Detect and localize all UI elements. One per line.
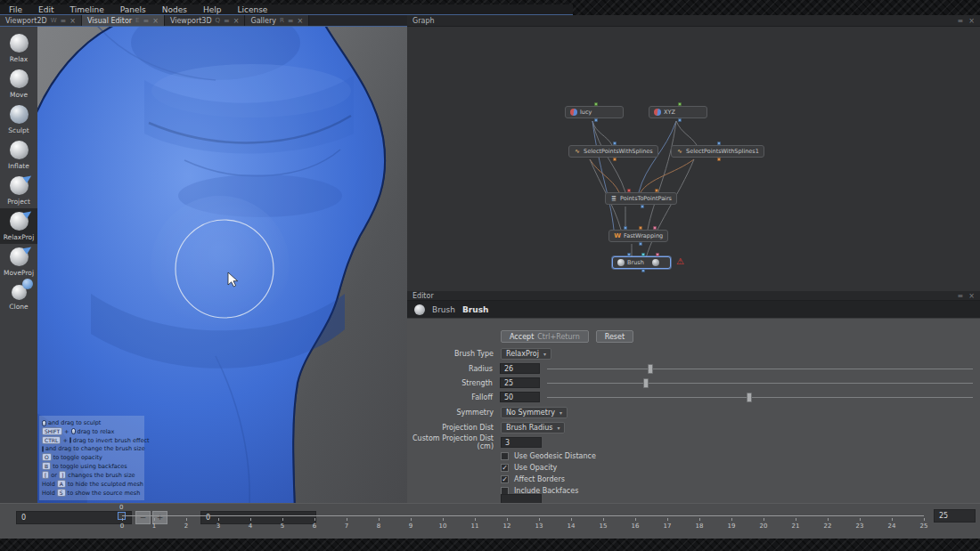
- panel-close-icon[interactable]: ×: [968, 17, 975, 25]
- top-texture-strip: File Edit Timeline Panels Nodes Help Lic…: [0, 0, 980, 15]
- node-graph-canvas[interactable]: lucy ⚠ XYZ ⚠: [407, 27, 980, 291]
- node-port[interactable]: [717, 158, 721, 161]
- tab-shortcut: W: [51, 17, 57, 24]
- tool-label: Clone: [9, 303, 28, 311]
- tool-button[interactable]: Relax: [0, 30, 37, 66]
- falloff-slider[interactable]: [547, 392, 973, 402]
- menu-item[interactable]: Help: [203, 5, 222, 14]
- graph-node[interactable]: XYZ ⚠: [649, 106, 707, 118]
- node-port[interactable]: [594, 118, 598, 122]
- tick-label: 10: [439, 523, 447, 530]
- tab-close-icon[interactable]: ×: [152, 17, 159, 25]
- tab-close-icon[interactable]: ×: [298, 17, 304, 25]
- graph-node[interactable]: SelectPointsWithSplines1 ⚠: [671, 145, 764, 158]
- panel-menu-icon[interactable]: ≡: [958, 292, 964, 300]
- node-port[interactable]: [627, 253, 631, 256]
- menu-item[interactable]: Panels: [120, 5, 146, 14]
- ruler-tick: 1: [149, 518, 159, 530]
- strength-field[interactable]: 25: [500, 377, 541, 388]
- tool-button[interactable]: Clone: [0, 280, 37, 313]
- node-port[interactable]: [641, 253, 645, 256]
- node-port[interactable]: [613, 142, 617, 145]
- tool-button[interactable]: MoveProj: [0, 244, 37, 280]
- tool-button[interactable]: Inflate: [0, 137, 37, 173]
- strength-slider[interactable]: [547, 377, 973, 388]
- menu-item[interactable]: Timeline: [70, 5, 104, 14]
- node-port[interactable]: [653, 226, 657, 230]
- slider-handle[interactable]: [643, 378, 649, 388]
- ruler-tick-row: 0 1 2 3 4 5: [117, 518, 929, 530]
- checkbox[interactable]: [501, 464, 509, 472]
- symmetry-dropdown[interactable]: No Symmetry ▾: [501, 407, 568, 418]
- node-port[interactable]: [678, 118, 682, 122]
- tool-button[interactable]: Sculpt: [0, 101, 37, 137]
- falloff-label: Falloff: [407, 393, 493, 401]
- node-port[interactable]: [641, 205, 644, 208]
- tab-menu-icon[interactable]: ≡: [61, 17, 67, 25]
- tab[interactable]: Viewport2D W ≡ ×: [0, 15, 82, 26]
- checkbox-row[interactable]: Use Geodesic Distance: [501, 450, 596, 462]
- timeline-ruler[interactable]: [122, 515, 924, 516]
- ruler-tick: 10: [437, 518, 448, 530]
- menu-item[interactable]: Edit: [38, 5, 53, 14]
- graph-node[interactable]: lucy ⚠: [565, 106, 624, 118]
- tab-menu-icon[interactable]: ≡: [143, 17, 150, 25]
- graph-node[interactable]: FastWrapping ⚠: [608, 230, 668, 242]
- ruler-tick: 19: [726, 518, 737, 530]
- tool-button[interactable]: RelaxProj: [0, 208, 37, 244]
- falloff-field[interactable]: 50: [500, 392, 541, 402]
- node-port[interactable]: [627, 189, 631, 192]
- menu-item[interactable]: File: [9, 5, 22, 14]
- node-port[interactable]: [639, 242, 642, 246]
- radius-slider[interactable]: [547, 363, 973, 374]
- node-port[interactable]: [656, 253, 659, 256]
- reset-button[interactable]: Reset: [596, 330, 633, 343]
- panel-menu-icon[interactable]: ≡: [958, 17, 964, 25]
- checkbox-row[interactable]: Use Opacity: [501, 462, 596, 474]
- custom-projection-dist-field[interactable]: 3: [501, 437, 542, 448]
- graph-node[interactable]: Brush ⚠: [612, 256, 671, 269]
- node-port[interactable]: [717, 142, 721, 145]
- graph-node[interactable]: SelectPointsWithSplines ⚠: [568, 145, 658, 158]
- checkbox[interactable]: [501, 475, 509, 483]
- projection-dist-dropdown[interactable]: Brush Radius ▾: [501, 422, 565, 434]
- radius-label: Radius: [407, 365, 493, 373]
- slider-handle[interactable]: [648, 364, 653, 374]
- tool-button[interactable]: Move: [0, 66, 37, 101]
- viewport-3d[interactable]: and drag to sculptSHIFT+drag to relaxCTR…: [37, 27, 407, 503]
- tab-menu-icon[interactable]: ≡: [288, 17, 294, 25]
- menu-item[interactable]: License: [237, 5, 267, 14]
- ruler-tick: 22: [822, 518, 833, 530]
- timeline-bar: 0 − + 0 0 0 1 2 3: [0, 503, 980, 539]
- menu-item[interactable]: Nodes: [162, 5, 187, 14]
- clipped-row-field[interactable]: [501, 494, 542, 503]
- brush-type-dropdown[interactable]: RelaxProj ▾: [501, 348, 551, 360]
- node-port[interactable]: [678, 102, 682, 106]
- tab[interactable]: Viewport3D Q ≡ ×: [165, 15, 246, 26]
- tab[interactable]: Gallery R ≡ ×: [245, 15, 309, 26]
- brush-tool-icon: [10, 141, 29, 159]
- tab[interactable]: Visual Editor E ≡ ×: [82, 15, 165, 26]
- timeline-start-field[interactable]: 0: [16, 511, 132, 524]
- tab-close-icon[interactable]: ×: [69, 17, 76, 25]
- tick-label: 25: [920, 523, 928, 530]
- node-port[interactable]: [655, 189, 658, 192]
- radius-field[interactable]: 26: [500, 363, 541, 374]
- checkbox-row[interactable]: Affect Borders: [501, 474, 596, 485]
- node-label: SelectPointsWithSplines1: [686, 148, 759, 155]
- node-port[interactable]: [639, 226, 642, 230]
- tab-menu-icon[interactable]: ≡: [224, 17, 230, 25]
- checkbox[interactable]: [501, 452, 509, 460]
- tool-button[interactable]: Project: [0, 173, 37, 208]
- slider-handle[interactable]: [747, 393, 752, 402]
- timeline-end-field[interactable]: 25: [934, 509, 976, 523]
- node-port[interactable]: [594, 102, 598, 106]
- accept-button[interactable]: Accept Ctrl+Return: [501, 330, 589, 343]
- node-port[interactable]: [613, 158, 617, 161]
- node-port[interactable]: [624, 226, 627, 230]
- node-port[interactable]: [641, 269, 645, 272]
- tab-close-icon[interactable]: ×: [233, 17, 240, 25]
- tick-label: 19: [728, 523, 736, 530]
- graph-node[interactable]: PointsToPointPairs ⚠: [605, 192, 677, 205]
- panel-close-icon[interactable]: ×: [968, 292, 975, 300]
